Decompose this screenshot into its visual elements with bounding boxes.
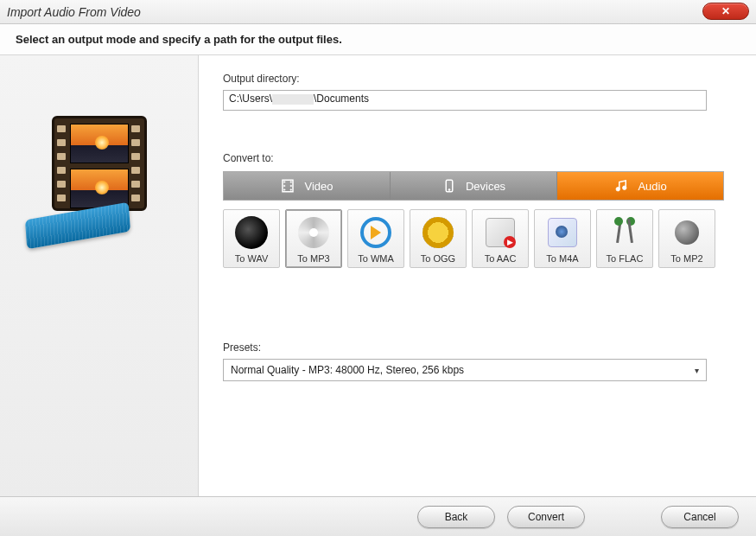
format-flac[interactable]: To FLAC (596, 209, 653, 268)
format-wma[interactable]: To WMA (347, 209, 404, 268)
m4a-icon (545, 215, 580, 250)
presets-select[interactable]: Normal Quality - MP3: 48000 Hz, Stereo, … (223, 359, 707, 381)
chevron-down-icon: ▾ (695, 366, 699, 375)
audio-icon (613, 178, 629, 194)
right-pane: Output directory: C:\Users\\Documents Co… (199, 54, 756, 504)
svg-point-4 (290, 182, 292, 183)
cancel-button-label: Cancel (683, 511, 715, 523)
format-mp2-label: To MP2 (670, 253, 702, 264)
film-illustration (35, 107, 164, 237)
aac-icon: ▶ (483, 215, 518, 250)
format-wav-label: To WAV (235, 253, 269, 264)
instruction-text: Select an output mode and specify a path… (0, 24, 756, 54)
output-dir-input[interactable]: C:\Users\\Documents (223, 90, 707, 111)
mp3-icon (296, 215, 331, 250)
format-wav[interactable]: To WAV (223, 209, 280, 268)
svg-point-9 (616, 188, 620, 192)
svg-point-3 (284, 189, 286, 191)
devices-icon (442, 178, 457, 194)
convert-to-label: Convert to: (223, 152, 732, 164)
svg-point-8 (448, 189, 450, 191)
footer: Back Convert Cancel (0, 496, 756, 536)
svg-point-6 (290, 189, 292, 191)
format-aac-label: To AAC (485, 253, 517, 264)
video-icon (280, 178, 295, 194)
format-mp3-label: To MP3 (297, 253, 329, 264)
left-pane (0, 54, 199, 504)
back-button-label: Back (445, 511, 468, 523)
cancel-button[interactable]: Cancel (661, 506, 739, 528)
format-mp3[interactable]: To MP3 (285, 209, 342, 268)
titlebar: Import Audio From Video ✕ (0, 0, 756, 24)
back-button[interactable]: Back (417, 506, 495, 528)
ogg-icon (421, 215, 455, 250)
convert-button[interactable]: Convert (507, 506, 585, 528)
presets-selected-value: Normal Quality - MP3: 48000 Hz, Stereo, … (231, 364, 464, 376)
tab-audio-label: Audio (638, 180, 666, 193)
tab-devices[interactable]: Devices (390, 172, 556, 200)
format-ogg-label: To OGG (421, 253, 455, 264)
convert-tab-row: Video Devices Audio (223, 171, 724, 201)
output-path-redacted (272, 94, 314, 105)
output-path-suffix: \Documents (314, 93, 369, 105)
close-icon: ✕ (721, 6, 730, 16)
format-wma-label: To WMA (358, 253, 394, 264)
output-dir-label: Output directory: (223, 73, 732, 85)
output-path-prefix: C:\Users\ (229, 93, 272, 105)
tab-audio[interactable]: Audio (556, 172, 723, 200)
tab-devices-label: Devices (466, 180, 505, 193)
format-row: To WAV To MP3 To WMA To OGG ▶ To AAC (223, 209, 732, 268)
format-m4a-label: To M4A (546, 253, 578, 264)
svg-point-1 (284, 182, 286, 183)
svg-point-5 (290, 185, 292, 187)
wma-icon (359, 215, 393, 250)
flac-icon (607, 215, 642, 250)
close-button[interactable]: ✕ (702, 3, 749, 20)
format-mp2[interactable]: To MP2 (658, 209, 715, 268)
format-m4a[interactable]: To M4A (534, 209, 591, 268)
svg-point-2 (284, 185, 286, 187)
format-aac[interactable]: ▶ To AAC (472, 209, 529, 268)
wav-icon (234, 215, 269, 250)
convert-button-label: Convert (528, 511, 564, 523)
main-area: Output directory: C:\Users\\Documents Co… (0, 54, 756, 504)
mp2-icon (670, 215, 704, 250)
tab-video-label: Video (304, 180, 333, 193)
format-ogg[interactable]: To OGG (410, 209, 467, 268)
window-title: Import Audio From Video (7, 5, 141, 19)
presets-label: Presets: (223, 341, 732, 354)
tab-video[interactable]: Video (224, 172, 390, 200)
svg-point-10 (623, 186, 627, 190)
format-flac-label: To FLAC (607, 253, 644, 264)
